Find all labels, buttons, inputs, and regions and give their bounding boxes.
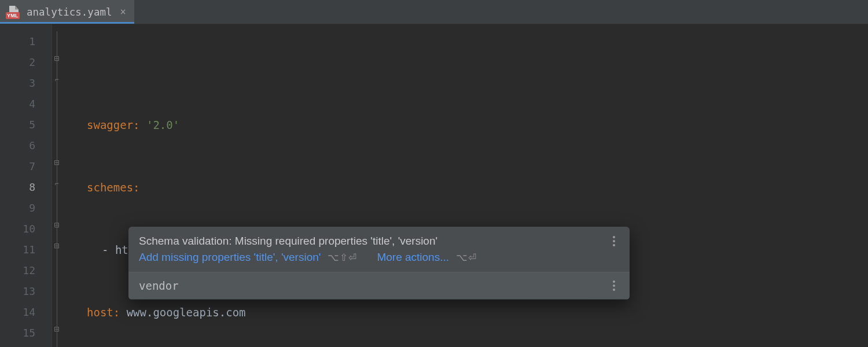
yaml-value: www.googleapis.com [127, 302, 246, 323]
editor-tab-active[interactable]: YML analytics.yaml × [0, 0, 134, 24]
line-number: 4 [0, 94, 52, 115]
shortcut-hint: ⌥⏎ [456, 252, 477, 264]
fold-toggle-icon[interactable]: ⊟ [53, 221, 61, 229]
quick-fix-link[interactable]: Add missing properties 'title', 'version… [139, 251, 321, 264]
code-editor[interactable]: 1 2 3 4 5 6 7 8 9 10 11 12 13 14 15 ⊟ ⌐ … [0, 24, 868, 347]
line-number: 10 [0, 219, 52, 239]
yaml-value: '2.0' [146, 115, 179, 135]
inspection-popup: Schema validation: Missing required prop… [128, 227, 630, 300]
line-number: 1 [0, 31, 52, 52]
line-number: 13 [0, 281, 52, 302]
line-number: 9 [0, 198, 52, 219]
line-number: 15 [0, 323, 52, 344]
yaml-key: swagger [87, 115, 133, 135]
yaml-key: host [87, 302, 113, 323]
line-number-gutter: 1 2 3 4 5 6 7 8 9 10 11 12 13 14 15 [0, 24, 52, 347]
tab-bar: YML analytics.yaml × [0, 0, 868, 24]
fold-toggle-icon[interactable]: ⊟ [53, 54, 61, 62]
line-number: 11 [0, 239, 52, 260]
close-tab-icon[interactable]: × [120, 7, 126, 17]
popup-more-options-icon[interactable] [609, 236, 619, 246]
line-number: 3 [0, 73, 52, 94]
fold-end-icon: ⌐ [53, 179, 61, 187]
fold-toggle-icon[interactable]: ⊟ [53, 242, 61, 250]
line-number: 2 [0, 52, 52, 73]
line-number-current: 8 [0, 177, 52, 198]
line-number: 6 [0, 135, 52, 156]
shortcut-hint: ⌥⇧⏎ [328, 252, 357, 264]
popup-doc-options-icon[interactable] [609, 280, 619, 291]
fold-gutter: ⊟ ⌐ ⊟ ⌐ ⊟ ⊟ ⊟ [52, 24, 81, 347]
fold-end-icon: ⌐ [53, 75, 61, 83]
line-number: 7 [0, 156, 52, 177]
more-actions-link[interactable]: More actions... [377, 251, 449, 264]
yaml-file-icon: YML [6, 6, 21, 19]
yaml-key: schemes [87, 177, 133, 198]
line-number: 12 [0, 260, 52, 281]
fold-toggle-icon[interactable]: ⊟ [53, 158, 61, 167]
line-number: 14 [0, 302, 52, 323]
line-number: 5 [0, 115, 52, 135]
tab-filename: analytics.yaml [27, 6, 112, 18]
fold-toggle-icon[interactable]: ⊟ [53, 325, 61, 333]
validation-message: Schema validation: Missing required prop… [139, 235, 437, 248]
quick-doc-text: vendor [139, 279, 179, 292]
